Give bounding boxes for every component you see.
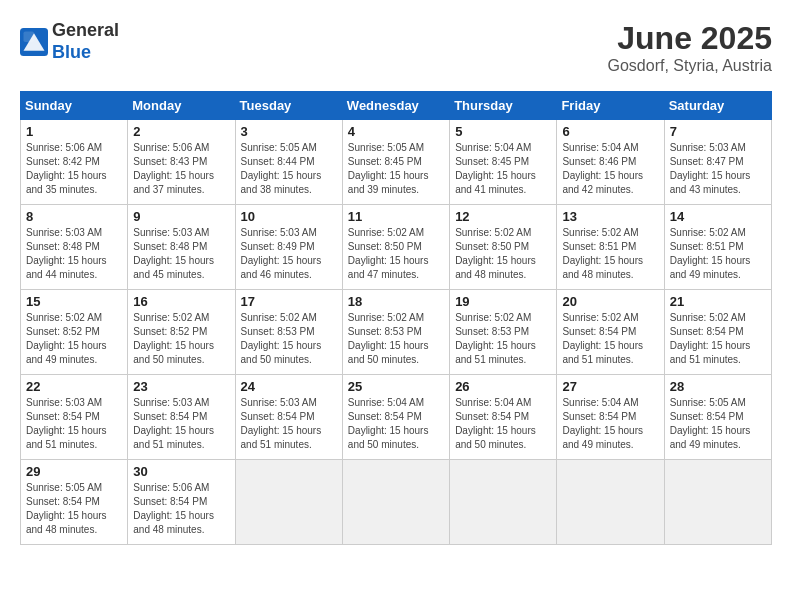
day-number: 14 [670, 209, 766, 224]
day-detail: Sunrise: 5:03 AM Sunset: 8:47 PM Dayligh… [670, 141, 766, 197]
header-monday: Monday [128, 92, 235, 120]
day-detail: Sunrise: 5:02 AM Sunset: 8:50 PM Dayligh… [348, 226, 444, 282]
week-row-3: 15Sunrise: 5:02 AM Sunset: 8:52 PM Dayli… [21, 290, 772, 375]
day-detail: Sunrise: 5:02 AM Sunset: 8:53 PM Dayligh… [241, 311, 337, 367]
day-detail: Sunrise: 5:02 AM Sunset: 8:52 PM Dayligh… [133, 311, 229, 367]
day-detail: Sunrise: 5:03 AM Sunset: 8:49 PM Dayligh… [241, 226, 337, 282]
day-number: 26 [455, 379, 551, 394]
calendar-cell [557, 460, 664, 545]
day-detail: Sunrise: 5:06 AM Sunset: 8:43 PM Dayligh… [133, 141, 229, 197]
calendar-cell: 14Sunrise: 5:02 AM Sunset: 8:51 PM Dayli… [664, 205, 771, 290]
header-wednesday: Wednesday [342, 92, 449, 120]
day-number: 3 [241, 124, 337, 139]
day-detail: Sunrise: 5:02 AM Sunset: 8:54 PM Dayligh… [562, 311, 658, 367]
day-detail: Sunrise: 5:03 AM Sunset: 8:48 PM Dayligh… [26, 226, 122, 282]
day-number: 18 [348, 294, 444, 309]
calendar-cell: 3Sunrise: 5:05 AM Sunset: 8:44 PM Daylig… [235, 120, 342, 205]
calendar-cell: 26Sunrise: 5:04 AM Sunset: 8:54 PM Dayli… [450, 375, 557, 460]
day-number: 23 [133, 379, 229, 394]
calendar-cell [342, 460, 449, 545]
page-header: General Blue June 2025 Gosdorf, Styria, … [20, 20, 772, 75]
day-number: 15 [26, 294, 122, 309]
day-detail: Sunrise: 5:02 AM Sunset: 8:50 PM Dayligh… [455, 226, 551, 282]
day-detail: Sunrise: 5:02 AM Sunset: 8:54 PM Dayligh… [670, 311, 766, 367]
day-number: 6 [562, 124, 658, 139]
day-number: 19 [455, 294, 551, 309]
calendar-cell: 8Sunrise: 5:03 AM Sunset: 8:48 PM Daylig… [21, 205, 128, 290]
title-section: June 2025 Gosdorf, Styria, Austria [607, 20, 772, 75]
day-detail: Sunrise: 5:04 AM Sunset: 8:46 PM Dayligh… [562, 141, 658, 197]
day-number: 13 [562, 209, 658, 224]
calendar-title: June 2025 [607, 20, 772, 57]
day-number: 11 [348, 209, 444, 224]
day-number: 4 [348, 124, 444, 139]
day-number: 24 [241, 379, 337, 394]
calendar-cell [235, 460, 342, 545]
calendar-cell: 4Sunrise: 5:05 AM Sunset: 8:45 PM Daylig… [342, 120, 449, 205]
calendar-subtitle: Gosdorf, Styria, Austria [607, 57, 772, 75]
calendar-cell: 27Sunrise: 5:04 AM Sunset: 8:54 PM Dayli… [557, 375, 664, 460]
logo: General Blue [20, 20, 119, 63]
day-detail: Sunrise: 5:06 AM Sunset: 8:54 PM Dayligh… [133, 481, 229, 537]
day-detail: Sunrise: 5:04 AM Sunset: 8:54 PM Dayligh… [562, 396, 658, 452]
calendar-cell: 1Sunrise: 5:06 AM Sunset: 8:42 PM Daylig… [21, 120, 128, 205]
calendar-cell: 2Sunrise: 5:06 AM Sunset: 8:43 PM Daylig… [128, 120, 235, 205]
week-row-1: 1Sunrise: 5:06 AM Sunset: 8:42 PM Daylig… [21, 120, 772, 205]
day-number: 2 [133, 124, 229, 139]
header-saturday: Saturday [664, 92, 771, 120]
day-detail: Sunrise: 5:03 AM Sunset: 8:48 PM Dayligh… [133, 226, 229, 282]
calendar-cell: 22Sunrise: 5:03 AM Sunset: 8:54 PM Dayli… [21, 375, 128, 460]
day-number: 29 [26, 464, 122, 479]
svg-rect-2 [24, 31, 35, 42]
day-number: 28 [670, 379, 766, 394]
calendar-cell: 30Sunrise: 5:06 AM Sunset: 8:54 PM Dayli… [128, 460, 235, 545]
calendar-cell: 21Sunrise: 5:02 AM Sunset: 8:54 PM Dayli… [664, 290, 771, 375]
day-number: 27 [562, 379, 658, 394]
calendar-cell: 12Sunrise: 5:02 AM Sunset: 8:50 PM Dayli… [450, 205, 557, 290]
day-detail: Sunrise: 5:03 AM Sunset: 8:54 PM Dayligh… [133, 396, 229, 452]
day-number: 10 [241, 209, 337, 224]
calendar-cell: 9Sunrise: 5:03 AM Sunset: 8:48 PM Daylig… [128, 205, 235, 290]
day-number: 5 [455, 124, 551, 139]
day-detail: Sunrise: 5:04 AM Sunset: 8:45 PM Dayligh… [455, 141, 551, 197]
header-tuesday: Tuesday [235, 92, 342, 120]
day-detail: Sunrise: 5:05 AM Sunset: 8:45 PM Dayligh… [348, 141, 444, 197]
calendar-cell: 19Sunrise: 5:02 AM Sunset: 8:53 PM Dayli… [450, 290, 557, 375]
logo-icon [20, 28, 48, 56]
calendar-cell: 25Sunrise: 5:04 AM Sunset: 8:54 PM Dayli… [342, 375, 449, 460]
day-number: 8 [26, 209, 122, 224]
header-thursday: Thursday [450, 92, 557, 120]
day-number: 1 [26, 124, 122, 139]
day-number: 22 [26, 379, 122, 394]
day-detail: Sunrise: 5:05 AM Sunset: 8:54 PM Dayligh… [26, 481, 122, 537]
logo-blue: Blue [52, 42, 91, 62]
day-detail: Sunrise: 5:02 AM Sunset: 8:51 PM Dayligh… [670, 226, 766, 282]
week-row-5: 29Sunrise: 5:05 AM Sunset: 8:54 PM Dayli… [21, 460, 772, 545]
header-sunday: Sunday [21, 92, 128, 120]
calendar-cell: 23Sunrise: 5:03 AM Sunset: 8:54 PM Dayli… [128, 375, 235, 460]
day-number: 16 [133, 294, 229, 309]
day-number: 12 [455, 209, 551, 224]
calendar-cell: 6Sunrise: 5:04 AM Sunset: 8:46 PM Daylig… [557, 120, 664, 205]
day-detail: Sunrise: 5:04 AM Sunset: 8:54 PM Dayligh… [455, 396, 551, 452]
calendar-cell: 28Sunrise: 5:05 AM Sunset: 8:54 PM Dayli… [664, 375, 771, 460]
calendar-cell [450, 460, 557, 545]
calendar-cell: 11Sunrise: 5:02 AM Sunset: 8:50 PM Dayli… [342, 205, 449, 290]
day-number: 25 [348, 379, 444, 394]
calendar-cell: 16Sunrise: 5:02 AM Sunset: 8:52 PM Dayli… [128, 290, 235, 375]
header-friday: Friday [557, 92, 664, 120]
calendar-cell: 7Sunrise: 5:03 AM Sunset: 8:47 PM Daylig… [664, 120, 771, 205]
day-detail: Sunrise: 5:03 AM Sunset: 8:54 PM Dayligh… [241, 396, 337, 452]
calendar-cell: 20Sunrise: 5:02 AM Sunset: 8:54 PM Dayli… [557, 290, 664, 375]
logo-general: General [52, 20, 119, 40]
calendar-cell: 10Sunrise: 5:03 AM Sunset: 8:49 PM Dayli… [235, 205, 342, 290]
calendar-cell: 5Sunrise: 5:04 AM Sunset: 8:45 PM Daylig… [450, 120, 557, 205]
calendar-cell: 18Sunrise: 5:02 AM Sunset: 8:53 PM Dayli… [342, 290, 449, 375]
day-detail: Sunrise: 5:02 AM Sunset: 8:53 PM Dayligh… [455, 311, 551, 367]
day-number: 20 [562, 294, 658, 309]
day-number: 30 [133, 464, 229, 479]
day-detail: Sunrise: 5:06 AM Sunset: 8:42 PM Dayligh… [26, 141, 122, 197]
week-row-2: 8Sunrise: 5:03 AM Sunset: 8:48 PM Daylig… [21, 205, 772, 290]
day-detail: Sunrise: 5:02 AM Sunset: 8:52 PM Dayligh… [26, 311, 122, 367]
calendar-cell: 17Sunrise: 5:02 AM Sunset: 8:53 PM Dayli… [235, 290, 342, 375]
